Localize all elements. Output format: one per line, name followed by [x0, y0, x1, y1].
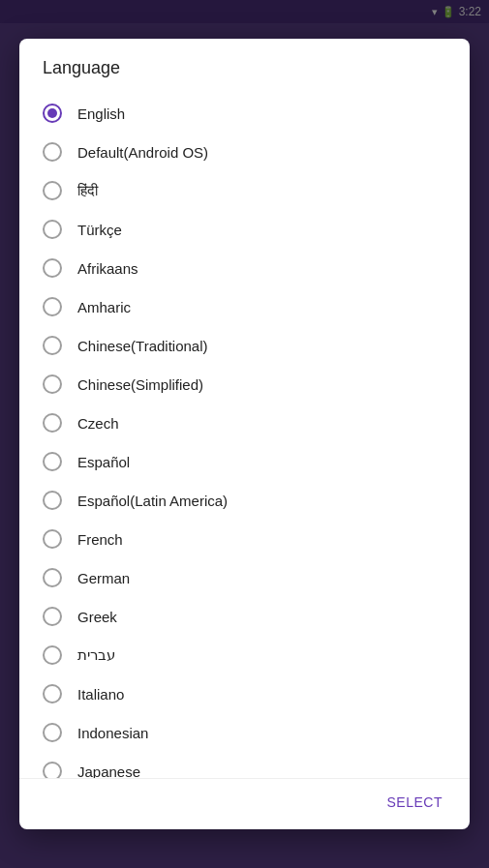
language-item-german[interactable]: German [19, 558, 470, 597]
language-item-greek[interactable]: Greek [19, 597, 470, 636]
radio-circle-czech [43, 413, 62, 433]
radio-circle-japanese [43, 762, 62, 778]
language-label-indonesian: Indonesian [77, 725, 148, 741]
radio-circle-french [43, 529, 62, 549]
language-item-czech[interactable]: Czech [19, 404, 470, 442]
radio-circle-hindi [43, 181, 62, 200]
radio-circle-default-android [43, 142, 62, 162]
radio-circle-indonesian [43, 723, 62, 742]
language-item-afrikaans[interactable]: Afrikaans [19, 249, 470, 287]
language-label-afrikaans: Afrikaans [77, 260, 138, 277]
language-label-default-android: Default(Android OS) [77, 144, 208, 161]
language-item-espanol[interactable]: Español [19, 442, 470, 481]
language-item-hindi[interactable]: हिंदी [19, 171, 470, 210]
language-item-english[interactable]: English [19, 94, 470, 133]
language-item-japanese[interactable]: Japanese [19, 752, 470, 778]
radio-circle-english [43, 104, 62, 123]
language-label-hebrew: עברית [77, 646, 115, 664]
language-label-hindi: हिंदी [77, 182, 98, 199]
language-list[interactable]: EnglishDefault(Android OS)हिंदीTürkçeAfr… [19, 90, 470, 778]
language-label-german: German [77, 570, 130, 586]
language-label-french: French [77, 531, 123, 548]
dialog-title: Language [19, 39, 470, 90]
language-label-espanol: Español [77, 454, 130, 470]
language-item-italian[interactable]: Italiano [19, 674, 470, 713]
radio-circle-italian [43, 684, 62, 703]
language-label-czech: Czech [77, 415, 119, 432]
language-item-chinese-traditional[interactable]: Chinese(Traditional) [19, 326, 470, 365]
radio-circle-chinese-traditional [43, 336, 62, 355]
language-label-turkish: Türkçe [77, 222, 122, 238]
radio-circle-turkish [43, 220, 62, 239]
language-label-chinese-traditional: Chinese(Traditional) [77, 338, 208, 354]
language-label-english: English [77, 105, 125, 122]
radio-circle-amharic [43, 297, 62, 316]
language-label-greek: Greek [77, 609, 117, 625]
language-label-espanol-latin: Español(Latin America) [77, 493, 228, 509]
radio-circle-espanol-latin [43, 491, 62, 510]
dialog-footer: SELECT [19, 778, 470, 829]
radio-circle-espanol [43, 452, 62, 471]
language-label-chinese-simplified: Chinese(Simplified) [77, 376, 203, 393]
language-item-hebrew[interactable]: עברית [19, 636, 470, 674]
language-item-espanol-latin[interactable]: Español(Latin America) [19, 481, 470, 520]
language-label-amharic: Amharic [77, 299, 131, 315]
radio-circle-hebrew [43, 645, 62, 665]
language-label-japanese: Japanese [77, 763, 140, 779]
language-item-default-android[interactable]: Default(Android OS) [19, 133, 470, 171]
radio-circle-german [43, 568, 62, 587]
language-dialog: Language EnglishDefault(Android OS)हिंदी… [19, 39, 470, 829]
language-item-amharic[interactable]: Amharic [19, 287, 470, 326]
language-item-indonesian[interactable]: Indonesian [19, 713, 470, 752]
language-item-chinese-simplified[interactable]: Chinese(Simplified) [19, 365, 470, 404]
language-item-french[interactable]: French [19, 520, 470, 558]
language-label-italian: Italiano [77, 686, 124, 703]
radio-circle-greek [43, 607, 62, 626]
language-item-turkish[interactable]: Türkçe [19, 210, 470, 249]
radio-circle-afrikaans [43, 258, 62, 278]
select-button[interactable]: SELECT [376, 787, 454, 818]
radio-circle-chinese-simplified [43, 374, 62, 394]
